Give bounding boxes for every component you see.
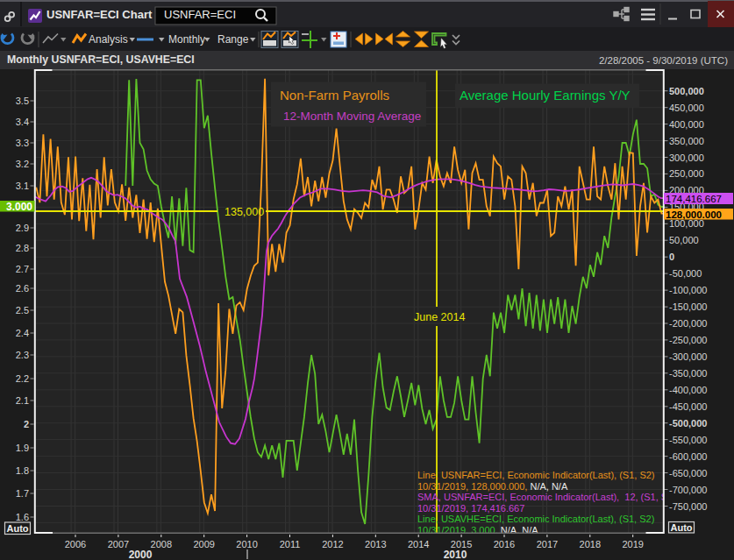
svg-text:1.7: 1.7 <box>16 488 29 499</box>
svg-text:2.8: 2.8 <box>16 243 29 253</box>
svg-text:400,000: 400,000 <box>669 119 704 130</box>
svg-text:12-Month Moving Average: 12-Month Moving Average <box>283 110 421 123</box>
svg-text:2008: 2008 <box>151 539 172 549</box>
svg-text:2.7: 2.7 <box>16 264 29 274</box>
svg-text:Auto: Auto <box>6 523 28 534</box>
svg-text:2014: 2014 <box>408 539 429 549</box>
svg-text:10/31/2019, 174,416.667: 10/31/2019, 174,416.667 <box>417 503 524 514</box>
svg-text:2017: 2017 <box>537 539 558 549</box>
svg-text:2.2: 2.2 <box>16 373 29 384</box>
svg-text:-750,000: -750,000 <box>669 501 707 512</box>
svg-text:3.4: 3.4 <box>16 117 29 127</box>
svg-text:10/31/2019, 128,000.000, N/A,: 10/31/2019, 128,000.000, N/A, N/A <box>417 481 568 492</box>
svg-text:50,000: 50,000 <box>669 235 699 245</box>
svg-text:2018: 2018 <box>580 539 601 549</box>
svg-text:0: 0 <box>669 252 674 262</box>
svg-text:June 2014: June 2014 <box>414 311 465 323</box>
svg-text:Line, USNFAR=ECI, Economic Ind: Line, USNFAR=ECI, Economic Indicator(Las… <box>417 470 655 480</box>
svg-text:-350,000: -350,000 <box>669 368 707 379</box>
svg-text:3.2: 3.2 <box>16 159 29 169</box>
svg-text:100,000: 100,000 <box>669 218 704 229</box>
svg-text:-650,000: -650,000 <box>669 468 707 478</box>
svg-text:1.8: 1.8 <box>16 465 29 476</box>
svg-text:SMA, USNFAR=ECI, Economic Indi: SMA, USNFAR=ECI, Economic Indicator(Last… <box>417 492 676 502</box>
svg-text:-700,000: -700,000 <box>669 485 707 495</box>
svg-text:174,416.667: 174,416.667 <box>666 194 722 204</box>
svg-text:2006: 2006 <box>65 539 86 549</box>
svg-text:2009: 2009 <box>193 539 214 549</box>
svg-text:-150,000: -150,000 <box>669 301 707 312</box>
svg-text:1.6: 1.6 <box>16 512 29 522</box>
svg-text:2.4: 2.4 <box>16 328 29 338</box>
svg-text:300,000: 300,000 <box>669 152 704 163</box>
svg-text:2.3: 2.3 <box>16 350 29 360</box>
svg-text:450,000: 450,000 <box>669 103 704 113</box>
svg-text:Line, USAVHE=ECI, Economic Ind: Line, USAVHE=ECI, Economic Indicator(Las… <box>417 514 654 524</box>
svg-text:2: 2 <box>24 419 29 429</box>
svg-text:3.3: 3.3 <box>16 138 29 148</box>
svg-text:2019: 2019 <box>622 539 643 549</box>
svg-text:2016: 2016 <box>494 539 515 549</box>
svg-text:-600,000: -600,000 <box>669 451 707 462</box>
svg-text:-250,000: -250,000 <box>669 335 707 345</box>
svg-text:Auto: Auto <box>670 522 692 533</box>
svg-text:2.5: 2.5 <box>16 305 29 315</box>
svg-text:Non-Farm Payrolls: Non-Farm Payrolls <box>280 88 389 103</box>
svg-text:-100,000: -100,000 <box>669 285 707 295</box>
svg-text:Average Hourly Earnings Y/Y: Average Hourly Earnings Y/Y <box>460 88 631 103</box>
svg-text:350,000: 350,000 <box>669 136 704 146</box>
svg-text:2012: 2012 <box>322 539 343 549</box>
svg-text:250,000: 250,000 <box>669 168 704 179</box>
svg-text:3.000: 3.000 <box>6 201 32 213</box>
svg-text:-50,000: -50,000 <box>669 268 702 279</box>
svg-text:2.9: 2.9 <box>16 223 29 233</box>
svg-text:135,000: 135,000 <box>224 206 264 218</box>
svg-text:-400,000: -400,000 <box>669 385 707 395</box>
svg-text:-550,000: -550,000 <box>669 435 707 445</box>
svg-text:128,000.000: 128,000.000 <box>666 209 722 220</box>
svg-text:-500,000: -500,000 <box>669 418 707 429</box>
svg-text:1.9: 1.9 <box>16 443 29 453</box>
svg-text:-450,000: -450,000 <box>669 401 707 412</box>
svg-text:2000: 2000 <box>129 549 153 560</box>
svg-text:3.1: 3.1 <box>16 181 29 191</box>
svg-text:2010: 2010 <box>236 539 257 549</box>
svg-text:-200,000: -200,000 <box>669 318 707 329</box>
svg-text:2010: 2010 <box>444 549 467 560</box>
svg-text:2.1: 2.1 <box>16 395 29 406</box>
svg-text:2011: 2011 <box>280 539 301 549</box>
svg-text:500,000: 500,000 <box>669 86 704 96</box>
svg-text:2007: 2007 <box>108 539 129 549</box>
svg-text:2.6: 2.6 <box>16 283 29 294</box>
svg-text:2013: 2013 <box>365 539 386 549</box>
svg-text:-300,000: -300,000 <box>669 351 707 362</box>
svg-text:3.5: 3.5 <box>16 96 29 106</box>
